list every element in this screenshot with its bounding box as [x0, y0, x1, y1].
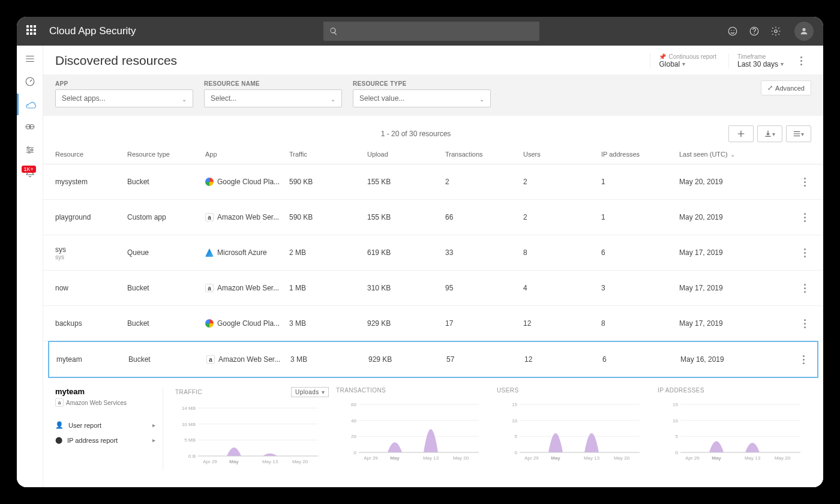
col-type[interactable]: Resource type [127, 151, 205, 158]
svg-text:Apr 29: Apr 29 [685, 455, 700, 461]
cell-upload: 310 KB [367, 284, 445, 292]
cell-transactions: 2 [445, 178, 523, 186]
col-app[interactable]: App [205, 151, 289, 158]
svg-text:0: 0 [676, 450, 679, 455]
cell-app: aAmazon Web Ser... [206, 355, 290, 364]
aws-icon: a [206, 355, 215, 364]
cell-type: Custom app [127, 213, 205, 221]
svg-text:May: May [712, 455, 721, 461]
chevron-down-icon: ▾ [682, 61, 685, 67]
chart-svg: 051015Apr 29MayMay 13May 20 [497, 398, 650, 464]
sidebar-control[interactable] [17, 139, 43, 161]
timeframe-selector[interactable]: Timeframe Last 30 days▾ [728, 53, 784, 68]
app-launcher-icon[interactable] [26, 25, 38, 37]
report-selector[interactable]: 📌Continuous report Global▾ [650, 53, 716, 68]
cell-ip: 3 [601, 284, 679, 292]
cell-type: Bucket [127, 284, 205, 292]
cell-traffic: 2 MB [289, 248, 367, 257]
feedback-icon[interactable] [727, 26, 738, 37]
col-resource[interactable]: Resource [55, 151, 127, 158]
chevron-down-icon: ▾ [801, 131, 804, 137]
gcp-icon [205, 319, 214, 328]
user-report-link[interactable]: 👤User report▸ [55, 418, 155, 433]
col-ip[interactable]: IP addresses [601, 151, 679, 158]
help-icon[interactable] [749, 26, 760, 37]
sidebar-alerts[interactable]: 1K+ [17, 162, 43, 184]
export-button[interactable]: ▾ [757, 125, 782, 142]
svg-text:May 20: May 20 [453, 455, 469, 461]
table-row[interactable]: syssys Queue Microsoft Azure 2 MB 619 KB… [43, 235, 823, 271]
row-more-menu[interactable] [799, 314, 810, 332]
col-transactions[interactable]: Transactions [445, 151, 523, 158]
filter-name-label: RESOURCE NAME [204, 80, 342, 87]
azure-icon [205, 248, 214, 257]
user-icon: 👤 [55, 421, 64, 429]
cell-seen: May 17, 2019 [679, 319, 763, 328]
cell-upload: 929 KB [367, 319, 445, 328]
svg-text:60: 60 [351, 402, 356, 407]
cell-users: 2 [523, 213, 601, 221]
cell-seen: May 17, 2019 [679, 248, 763, 257]
svg-point-0 [728, 27, 737, 35]
filter-type-select[interactable]: Select value...⌄ [353, 89, 491, 107]
new-policy-button[interactable] [728, 125, 754, 142]
row-more-menu[interactable] [799, 279, 810, 297]
user-avatar[interactable] [794, 22, 814, 41]
row-more-menu[interactable] [799, 208, 810, 226]
cell-ip: 8 [601, 319, 679, 328]
table-row[interactable]: myteam Bucket aAmazon Web Ser... 3 MB 92… [48, 341, 818, 378]
sidebar-discover[interactable] [17, 94, 43, 115]
cell-resource: syssys [55, 245, 127, 260]
brand-title: Cloud App Security [49, 25, 136, 37]
cell-ip: 1 [601, 213, 679, 221]
col-upload[interactable]: Upload [367, 151, 445, 158]
topbar: Cloud App Security [17, 17, 823, 46]
table-row[interactable]: now Bucket aAmazon Web Ser... 1 MB 310 K… [43, 271, 823, 306]
svg-text:May: May [390, 455, 400, 461]
header-more-menu[interactable] [796, 52, 806, 70]
cell-resource: playground [55, 213, 127, 221]
ip-report-link[interactable]: ⬤IP address report▸ [55, 433, 155, 448]
cell-transactions: 17 [445, 319, 523, 328]
svg-point-12 [28, 151, 30, 153]
svg-text:Apr 29: Apr 29 [364, 455, 378, 461]
row-more-menu[interactable] [798, 350, 809, 368]
chevron-down-icon: ▾ [772, 131, 775, 137]
cell-transactions: 33 [445, 248, 523, 257]
sidebar-dashboard[interactable] [17, 71, 43, 92]
row-more-menu[interactable] [799, 244, 810, 262]
svg-text:May: May [229, 459, 239, 464]
chevron-down-icon: ⌄ [730, 151, 735, 158]
sidebar: 1K+ [17, 46, 43, 487]
table-row[interactable]: mysystem Bucket Google Cloud Pla... 590 … [43, 164, 823, 200]
col-users[interactable]: Users [523, 151, 601, 158]
sidebar-investigate[interactable] [17, 116, 43, 138]
svg-text:20: 20 [351, 434, 356, 439]
table-settings-button[interactable]: ▾ [786, 125, 811, 142]
col-seen[interactable]: Last seen (UTC)⌄ [679, 151, 763, 158]
chevron-down-icon: ⌄ [182, 96, 187, 101]
table-row[interactable]: playground Custom app aAmazon Web Ser...… [43, 200, 823, 235]
sidebar-menu-toggle[interactable] [17, 48, 43, 70]
cell-upload: 155 KB [367, 213, 445, 221]
topbar-actions [727, 22, 814, 41]
table-row[interactable]: backups Bucket Google Cloud Pla... 3 MB … [43, 306, 823, 341]
col-traffic[interactable]: Traffic [289, 151, 367, 158]
chevron-down-icon: ▾ [781, 61, 784, 67]
settings-icon[interactable] [770, 26, 781, 37]
search-input[interactable] [323, 22, 539, 41]
row-more-menu[interactable] [799, 173, 810, 191]
chart-series-select[interactable]: Uploads ▾ [291, 387, 329, 397]
result-range: 1 - 20 of 30 resources [381, 130, 451, 138]
chevron-right-icon: ▸ [152, 422, 155, 428]
cell-app: Google Cloud Pla... [205, 178, 289, 186]
filter-app-select[interactable]: Select apps...⌄ [55, 89, 193, 107]
filter-type-label: RESOURCE TYPE [353, 80, 491, 87]
advanced-filters-button[interactable]: ⤢Advanced [761, 80, 811, 95]
filter-name-select[interactable]: Select...⌄ [204, 89, 342, 107]
svg-text:May: May [551, 455, 560, 461]
svg-text:Apr 29: Apr 29 [203, 459, 217, 464]
svg-text:5 MB: 5 MB [184, 437, 196, 443]
cell-transactions: 95 [445, 284, 523, 292]
svg-text:5: 5 [515, 434, 518, 439]
